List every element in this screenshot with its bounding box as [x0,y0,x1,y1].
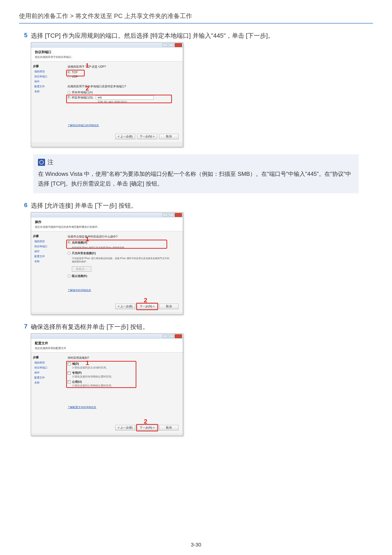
step-number: 6 [19,201,31,210]
breadcrumb: 使用前的准备工作 > 将文件发送至 PC 上共享文件夹的准备工作 [19,12,373,23]
help-link[interactable]: 了解操作的详细信息 [68,289,91,292]
checkbox-domain[interactable]: 域(D) 计算机连接到其企业域时应用。 [68,362,178,369]
sidebar-title: 步骤 [33,355,61,359]
back-button[interactable]: < 上一步(B) [115,134,135,139]
callout-2: 2 [86,85,89,92]
step-text: 确保选择所有复选框并单击 [下一步] 按钮。 [31,323,373,331]
checkbox-private[interactable]: 专用(P) 计算机连接到专用网络位置时应用。 [68,371,178,379]
radio-all-ports[interactable]: 所有本地端口(A) [68,90,178,95]
checkbox-icon [68,380,71,383]
radio-specific-label: 特定本地端口(S): [72,96,93,100]
sidebar-item-profile[interactable]: 配置文件 [34,85,61,88]
step-text: 选择 [TCP] 作为应用规则的端口。然后选择 [特定本地端口] 并输入"445… [31,32,373,40]
sidebar-item-name[interactable]: 名称 [34,381,61,384]
maximize-icon[interactable] [169,335,174,338]
cancel-button[interactable]: 取消 [159,304,178,309]
dialog-header: 操作 指定在连接与规则中指定的条件相匹配时要执行的操作。 [31,218,183,231]
help-link[interactable]: 了解配置文件的详细信息 [68,406,96,409]
screenshot-step6: 操作 指定在连接与规则中指定的条件相匹配时要执行的操作。 步骤 规则类型 协议和… [31,212,183,315]
radio-block[interactable]: 阻止连接(K) [68,274,178,278]
dialog-main: 何时应用该规则? 域(D) 计算机连接到其企业域时应用。 专用(P) 计 [63,353,183,433]
radio-all-ports-label: 所有本地端口(A) [72,90,93,95]
dialog-header: 协议和端口 指定此规则应用于的协议和端口。 [31,48,183,61]
note-body: 在 Windows Vista 中，使用"名称"为要添加的端口分配一个名称（例如… [38,169,354,189]
minimize-icon[interactable] [163,213,168,217]
wizard-sidebar: 步骤 规则类型 协议和端口 操作 配置文件 名称 [31,353,63,433]
sidebar-item-action[interactable]: 操作 [34,80,61,83]
minimize-icon[interactable] [163,335,168,338]
cancel-button[interactable]: 取消 [159,134,178,139]
step-number: 5 [19,32,31,40]
radio-tcp[interactable]: TCP [68,71,178,74]
sidebar-item-name[interactable]: 名称 [34,90,61,93]
question-action: 连接符合指定条件时应该进行什么操作? [68,235,178,239]
next-button[interactable]: 下一步(N) > [137,134,157,139]
checkbox-icon [68,371,71,374]
step-6: 6 选择 [允许连接] 并单击 [下一步] 按钮。 [19,201,373,210]
sidebar-item-ruletype[interactable]: 规则类型 [34,361,61,365]
close-icon[interactable] [175,213,182,217]
radio-allow-desc: 包括使用 IPsec 保护以及未使用 IPsec 保护的连接。 [72,246,127,249]
close-icon[interactable] [175,43,182,47]
radio-dot-icon [68,96,71,99]
page-number: 3-30 [0,542,392,548]
checkbox-domain-desc: 计算机连接到其企业域时应用。 [72,366,109,369]
radio-specific-ports[interactable]: 特定本地端口(S): 445 示例: 80, 443, 5000-5010 [68,95,178,104]
dialog-title: 操作 [35,220,179,224]
radio-allow[interactable]: 允许连接(A) 包括使用 IPsec 保护以及未使用 IPsec 保护的连接。 [68,241,178,249]
help-link[interactable]: 了解协议和端口的详细信息 [68,124,99,127]
checkbox-public[interactable]: 公用(U) 计算机连接到公用网络位置时应用。 [68,380,178,387]
wizard-footer: < 上一步(B) 下一步(N) > 取消 [115,304,178,309]
radio-dot-icon [68,252,71,255]
window-titlebar [31,334,183,339]
sidebar-item-action[interactable]: 操作 [34,250,61,253]
checkbox-domain-label: 域(D) [72,362,109,366]
screenshot-step5: 协议和端口 指定此规则应用于的协议和端口。 步骤 规则类型 协议和端口 操作 配… [31,42,183,147]
dialog-main: 连接符合指定条件时应该进行什么操作? 允许连接(A) 包括使用 IPsec 保护… [63,231,183,312]
dialog-subtitle: 指定此规则应用于的协议和端口。 [35,55,179,59]
radio-udp[interactable]: UDP [68,75,178,78]
question-protocol: 该规则应用于 TCP 还是 UDP? [68,65,178,69]
customize-button: 自定义… [72,266,91,272]
maximize-icon[interactable] [169,44,174,47]
minimize-icon[interactable] [163,44,168,47]
radio-block-label: 阻止连接(K) [72,274,87,278]
cancel-button[interactable]: 取消 [159,425,178,431]
checkbox-public-label: 公用(U) [72,380,114,384]
sidebar-item-name[interactable]: 名称 [34,260,61,263]
sidebar-item-profile[interactable]: 配置文件 [34,376,61,380]
window-titlebar [31,212,183,218]
sidebar-title: 步骤 [33,64,61,68]
step-7: 7 确保选择所有复选框并单击 [下一步] 按钮。 [19,323,373,331]
sidebar-item-ruletype[interactable]: 规则类型 [34,240,61,243]
sidebar-item-ports[interactable]: 协议和端口 [34,366,61,369]
dialog-title: 协议和端口 [35,50,179,54]
checkbox-private-label: 专用(P) [72,371,114,375]
radio-secure-label: 只允许安全连接(C) [72,251,96,255]
radio-allow-label: 允许连接(A) [72,241,87,245]
port-input[interactable]: 445 [96,95,154,100]
window-titlebar [31,43,183,48]
dialog-header: 配置文件 指定此规则应用的配置文件 [31,339,183,353]
callout-2: 2 [144,297,147,304]
checkbox-icon [68,362,71,365]
maximize-icon[interactable] [169,213,174,217]
sidebar-item-ports[interactable]: 协议和端口 [34,245,61,248]
wizard-sidebar: 步骤 规则类型 协议和端口 操作 配置文件 名称 [31,61,63,142]
sidebar-item-profile[interactable]: 配置文件 [34,255,61,258]
dialog-subtitle: 指定此规则应用的配置文件 [35,346,179,350]
wizard-footer: < 上一步(B) 下一步(N) > 取消 [115,134,178,139]
callout-1: 1 [86,359,89,367]
question-ports: 此规则应用于所有本地端口还是特定本地端口? [68,84,178,88]
back-button[interactable]: < 上一步(B) [115,304,135,309]
radio-secure[interactable]: 只允许安全连接(C) 只包括使用 IPsec 进行身份验证的连接。连接 IPse… [68,251,178,272]
sidebar-item-ports[interactable]: 协议和端口 [34,75,61,78]
close-icon[interactable] [175,334,182,338]
port-hint: 示例: 80, 443, 5000-5010 [98,100,154,104]
back-button[interactable]: < 上一步(B) [115,425,135,431]
next-button[interactable]: 下一步(N) > [137,304,157,309]
sidebar-item-action[interactable]: 操作 [34,371,61,374]
sidebar-item-ruletype[interactable]: 规则类型 [34,70,61,73]
next-button[interactable]: 下一步(N) > [137,425,157,431]
callout-2: 2 [144,418,147,425]
